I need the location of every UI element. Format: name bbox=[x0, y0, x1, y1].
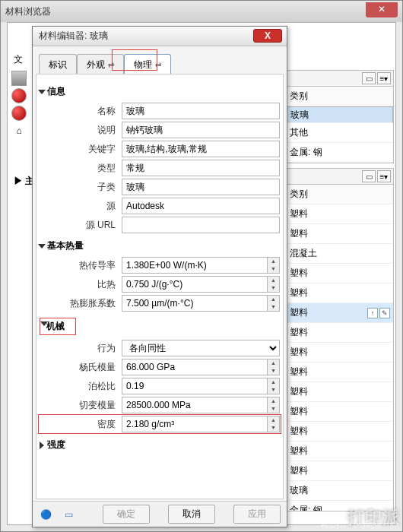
category-toolbar-bottom: ▭ ≡▾ bbox=[283, 168, 394, 185]
property-input[interactable] bbox=[122, 397, 268, 413]
section-title: 强度 bbox=[47, 439, 65, 451]
category-item[interactable]: 玻璃 bbox=[284, 106, 393, 123]
property-field: ▲▼ bbox=[122, 276, 280, 293]
property-label: 热膨胀系数 bbox=[40, 297, 122, 310]
property-field bbox=[122, 122, 280, 138]
ok-button[interactable]: 确定 bbox=[103, 505, 150, 524]
property-field: ▲▼ bbox=[122, 378, 280, 394]
spinner-buttons[interactable]: ▲▼ bbox=[268, 359, 280, 375]
category-item[interactable]: 金属: 钢 bbox=[284, 143, 393, 163]
swatch-red[interactable] bbox=[11, 88, 27, 103]
list-item[interactable]: 金属: 钢 bbox=[284, 501, 393, 511]
editor-close-button[interactable]: X bbox=[253, 29, 282, 43]
property-input[interactable] bbox=[122, 198, 280, 214]
property-row: 行为各向同性 bbox=[40, 340, 280, 356]
home-icon[interactable]: ⌂ bbox=[11, 123, 27, 138]
library-icon[interactable]: ▭ bbox=[62, 508, 75, 521]
sort-up-icon[interactable]: ↑ bbox=[367, 308, 378, 318]
swatch-gray[interactable] bbox=[11, 71, 27, 86]
category-list-bottom[interactable]: 类别 塑料 塑料 混凝土 塑料 塑料 塑料↑✎ 塑料 塑料 塑料 塑料 塑料 塑… bbox=[283, 185, 394, 511]
property-input[interactable] bbox=[122, 416, 268, 432]
property-label: 源 URL bbox=[40, 219, 122, 232]
property-row: 子类 bbox=[40, 179, 280, 195]
spinner-buttons[interactable]: ▲▼ bbox=[268, 378, 280, 394]
tab-physical[interactable]: 物理⇄ bbox=[124, 54, 171, 75]
swatch-red[interactable] bbox=[11, 106, 27, 121]
list-item[interactable]: 塑料 bbox=[284, 264, 393, 283]
property-input[interactable] bbox=[122, 160, 280, 176]
property-input[interactable] bbox=[122, 103, 280, 119]
property-label: 切变模量 bbox=[40, 399, 122, 412]
tab-label: 外观 bbox=[87, 59, 105, 71]
property-row: 热膨胀系数▲▼ bbox=[40, 295, 280, 312]
list-item[interactable]: 塑料 bbox=[284, 204, 393, 224]
section-mechanical[interactable]: 机械 bbox=[40, 318, 280, 335]
list-item[interactable]: 塑料 bbox=[284, 224, 393, 244]
add-material-icon[interactable]: 🔵 bbox=[39, 508, 52, 521]
property-label: 行为 bbox=[40, 342, 122, 355]
list-item[interactable]: 塑料 bbox=[284, 382, 393, 402]
list-item[interactable]: 塑料 bbox=[284, 422, 393, 442]
spinner-buttons[interactable]: ▲▼ bbox=[268, 295, 280, 312]
cancel-button[interactable]: 取消 bbox=[168, 505, 215, 524]
property-field bbox=[122, 198, 280, 214]
category-header: 类别 bbox=[284, 87, 393, 106]
property-input[interactable] bbox=[122, 276, 268, 293]
section-info[interactable]: 信息 bbox=[40, 85, 280, 98]
browser-close-button[interactable]: ✕ bbox=[366, 2, 398, 17]
property-row: 源 bbox=[40, 198, 280, 214]
property-label: 热传导率 bbox=[40, 259, 122, 272]
property-field: ▲▼ bbox=[122, 295, 280, 312]
list-item[interactable]: 塑料 bbox=[284, 323, 393, 343]
property-field bbox=[122, 217, 280, 233]
property-input[interactable] bbox=[122, 141, 280, 157]
list-item[interactable]: 塑料 bbox=[284, 283, 393, 303]
sort-edit-icon[interactable]: ✎ bbox=[379, 308, 390, 318]
property-input[interactable] bbox=[122, 295, 268, 312]
property-input[interactable] bbox=[122, 217, 280, 233]
view-list-icon[interactable]: ≡▾ bbox=[377, 170, 391, 182]
list-item[interactable]: 混凝土 bbox=[284, 244, 393, 264]
editor-tabs: 标识 外观⇄ 物理⇄ bbox=[39, 54, 281, 75]
spinner-buttons[interactable]: ▲▼ bbox=[268, 276, 280, 293]
list-item[interactable]: 玻璃 bbox=[284, 481, 393, 501]
list-item[interactable]: 塑料 bbox=[284, 402, 393, 422]
tab-identity[interactable]: 标识 bbox=[39, 54, 77, 75]
spinner-buttons[interactable]: ▲▼ bbox=[268, 257, 280, 274]
property-field bbox=[122, 141, 280, 157]
list-item[interactable]: 塑料 bbox=[284, 461, 393, 481]
property-input[interactable] bbox=[122, 179, 280, 195]
list-item[interactable]: 塑料 bbox=[284, 442, 393, 461]
triangle-right-icon bbox=[40, 442, 44, 449]
section-title: 基本热量 bbox=[47, 239, 84, 252]
section-strength[interactable]: 强度 bbox=[40, 439, 280, 451]
list-item-selected[interactable]: 塑料↑✎ bbox=[284, 303, 393, 323]
property-input[interactable] bbox=[122, 378, 268, 394]
tab-label: 物理 bbox=[134, 59, 152, 71]
property-input[interactable] bbox=[122, 359, 268, 375]
property-input[interactable] bbox=[122, 122, 280, 138]
swatch-strip: ⌂ bbox=[8, 68, 30, 141]
property-input[interactable] bbox=[122, 257, 268, 274]
property-select[interactable]: 各向同性 bbox=[122, 340, 280, 356]
apply-button[interactable]: 应用 bbox=[233, 505, 281, 524]
watermark-sub: 模型打印 dayinpai.com bbox=[321, 520, 398, 530]
category-item[interactable]: 其他 bbox=[284, 123, 393, 143]
editor-titlebar[interactable]: 材料编辑器: 玻璃 X bbox=[33, 27, 287, 46]
view-list-icon[interactable]: ≡▾ bbox=[377, 72, 391, 84]
outer-label: 文 bbox=[14, 53, 23, 66]
view-square-icon[interactable]: ▭ bbox=[362, 170, 376, 182]
spinner-buttons[interactable]: ▲▼ bbox=[268, 397, 280, 413]
property-label: 密度 bbox=[40, 418, 122, 431]
editor-footer: 🔵 ▭ 确定 取消 应用 bbox=[33, 501, 287, 527]
list-item[interactable]: 塑料 bbox=[284, 343, 393, 363]
property-row: 关键字 bbox=[40, 141, 280, 157]
section-thermal[interactable]: 基本热量 bbox=[40, 239, 280, 252]
property-label: 名称 bbox=[40, 105, 122, 118]
section-title: 信息 bbox=[47, 85, 65, 98]
property-label: 类型 bbox=[40, 162, 122, 175]
view-square-icon[interactable]: ▭ bbox=[362, 72, 376, 84]
spinner-buttons[interactable]: ▲▼ bbox=[268, 416, 280, 432]
list-item[interactable]: 塑料 bbox=[284, 363, 393, 382]
tab-appearance[interactable]: 外观⇄ bbox=[77, 54, 124, 75]
